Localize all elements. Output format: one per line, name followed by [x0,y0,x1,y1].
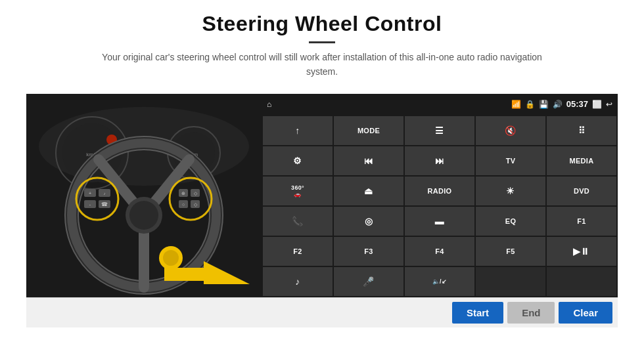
btn-vol[interactable]: 🔈/↙ [405,267,474,296]
btn-eject[interactable]: ⏏ [334,177,403,205]
button-grid: ↑ MODE ☰ 🔇 ⠿ ⚙ ⏮ ⏭ TV MEDIA 360°🚗 ⏏ RADI… [262,115,618,297]
screen-icon: ⬜ [592,100,602,109]
back-icon: ↩ [606,100,612,109]
page-title: Steering Wheel Control [99,12,545,36]
bt-icon: 🔊 [553,100,563,109]
btn-apps[interactable]: ⠿ [547,116,616,145]
status-left: ⌂ [267,100,271,109]
start-button[interactable]: Start [452,302,503,324]
btn-f3[interactable]: F3 [334,237,403,266]
btn-empty2 [547,267,616,296]
btn-music[interactable]: ♪ [263,267,333,296]
svg-point-16 [129,201,158,230]
home-icon[interactable]: ⌂ [267,100,271,109]
btn-dvd[interactable]: DVD [547,177,616,205]
title-divider [309,41,335,43]
btn-nav[interactable]: ↑ [263,116,333,145]
btn-mute[interactable]: 🔇 [476,116,545,145]
page-wrapper: Steering Wheel Control Your original car… [0,0,644,357]
status-time: 05:37 [566,99,588,109]
btn-mic[interactable]: 🎤 [334,267,403,296]
svg-text:+: + [89,191,91,196]
btn-f5[interactable]: F5 [476,237,545,266]
action-bar: Start End Clear [26,297,618,327]
steering-wheel-image: km/h rpm [26,94,262,297]
clear-button[interactable]: Clear [559,302,612,324]
btn-phone[interactable]: 📞 [263,207,333,236]
title-section: Steering Wheel Control Your original car… [99,12,545,89]
btn-360[interactable]: 360°🚗 [263,177,333,205]
btn-screen[interactable]: ▬ [405,207,474,236]
btn-media[interactable]: MEDIA [547,146,616,175]
btn-empty1 [476,267,545,296]
end-button[interactable]: End [507,302,555,324]
btn-radio[interactable]: RADIO [405,177,474,205]
btn-eq[interactable]: EQ [476,207,545,236]
svg-text:♪: ♪ [104,192,106,196]
lock-icon: 🔒 [525,100,535,109]
btn-prev[interactable]: ⏮ [334,146,403,175]
sd-icon: 💾 [539,100,549,109]
wifi-icon: 📶 [511,100,521,109]
status-right: 📶 🔒 💾 🔊 05:37 ⬜ ↩ [511,99,612,109]
btn-tv[interactable]: TV [476,146,545,175]
btn-f1[interactable]: F1 [547,207,616,236]
svg-text:○: ○ [182,202,185,207]
svg-text:☎: ☎ [101,201,108,207]
btn-nav2[interactable]: ◎ [334,207,403,236]
status-bar: ⌂ 📶 🔒 💾 🔊 05:37 ⬜ ↩ [262,94,618,115]
btn-mode[interactable]: MODE [334,116,403,145]
svg-point-38 [163,250,179,266]
btn-playpause[interactable]: ▶⏸ [547,237,616,266]
btn-settings[interactable]: ⚙ [263,146,333,175]
svg-text:⊕: ⊕ [181,191,185,196]
svg-rect-36 [164,268,207,281]
btn-f2[interactable]: F2 [263,237,333,266]
subtitle: Your original car's steering wheel contr… [99,50,545,79]
btn-list[interactable]: ☰ [405,116,474,145]
btn-bright[interactable]: ☀ [476,177,545,205]
control-panel: ⌂ 📶 🔒 💾 🔊 05:37 ⬜ ↩ ↑ MODE ☰ 🔇 [262,94,618,297]
content-row: km/h rpm [26,94,618,297]
btn-next[interactable]: ⏭ [405,146,474,175]
btn-f4[interactable]: F4 [405,237,474,266]
